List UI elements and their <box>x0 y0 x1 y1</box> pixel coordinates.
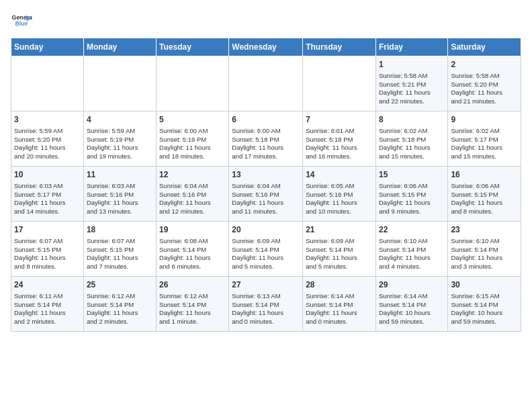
logo-icon: General Blue <box>11 11 32 32</box>
day-number: 22 <box>379 224 445 236</box>
page-header: General Blue <box>11 11 521 32</box>
day-info: Sunrise: 5:58 AMSunset: 5:20 PMDaylight:… <box>451 72 518 106</box>
day-number: 24 <box>14 279 81 291</box>
day-info: Sunrise: 6:03 AMSunset: 5:16 PMDaylight:… <box>87 182 153 216</box>
weekday-header-sunday: Sunday <box>11 38 84 56</box>
calendar-cell <box>83 56 156 111</box>
weekday-header-monday: Monday <box>83 38 156 56</box>
calendar-cell: 28Sunrise: 6:14 AMSunset: 5:14 PMDayligh… <box>303 277 376 332</box>
calendar-cell: 1Sunrise: 5:58 AMSunset: 5:21 PMDaylight… <box>375 56 447 111</box>
day-info: Sunrise: 6:12 AMSunset: 5:14 PMDaylight:… <box>87 292 153 326</box>
day-info: Sunrise: 5:59 AMSunset: 5:20 PMDaylight:… <box>14 127 81 161</box>
day-number: 4 <box>87 114 153 126</box>
day-info: Sunrise: 6:10 AMSunset: 5:14 PMDaylight:… <box>379 237 445 271</box>
weekday-header-row: SundayMondayTuesdayWednesdayThursdayFrid… <box>11 38 521 56</box>
day-info: Sunrise: 6:00 AMSunset: 5:19 PMDaylight:… <box>159 127 226 161</box>
day-info: Sunrise: 6:04 AMSunset: 5:16 PMDaylight:… <box>159 182 226 216</box>
calendar-cell: 9Sunrise: 6:02 AMSunset: 5:17 PMDaylight… <box>448 111 521 167</box>
calendar-cell: 5Sunrise: 6:00 AMSunset: 5:19 PMDaylight… <box>157 111 229 167</box>
weekday-header-friday: Friday <box>375 38 447 56</box>
day-info: Sunrise: 6:04 AMSunset: 5:16 PMDaylight:… <box>232 182 300 216</box>
day-number: 11 <box>87 169 153 181</box>
weekday-header-thursday: Thursday <box>303 38 376 56</box>
calendar-week-row: 3Sunrise: 5:59 AMSunset: 5:20 PMDaylight… <box>11 111 521 167</box>
calendar-cell: 22Sunrise: 6:10 AMSunset: 5:14 PMDayligh… <box>375 222 447 277</box>
calendar-table: SundayMondayTuesdayWednesdayThursdayFrid… <box>11 38 521 332</box>
calendar-cell: 17Sunrise: 6:07 AMSunset: 5:15 PMDayligh… <box>11 222 84 277</box>
day-info: Sunrise: 6:12 AMSunset: 5:14 PMDaylight:… <box>159 292 226 326</box>
calendar-cell: 14Sunrise: 6:05 AMSunset: 5:16 PMDayligh… <box>303 167 376 222</box>
calendar-week-row: 24Sunrise: 6:11 AMSunset: 5:14 PMDayligh… <box>11 277 521 332</box>
svg-text:General: General <box>12 14 32 21</box>
calendar-cell: 11Sunrise: 6:03 AMSunset: 5:16 PMDayligh… <box>83 167 156 222</box>
calendar-cell: 8Sunrise: 6:02 AMSunset: 5:18 PMDaylight… <box>375 111 447 167</box>
day-number: 26 <box>159 279 226 291</box>
day-number: 1 <box>379 59 445 71</box>
day-number: 14 <box>306 169 373 181</box>
calendar-cell: 13Sunrise: 6:04 AMSunset: 5:16 PMDayligh… <box>229 167 303 222</box>
day-number: 7 <box>306 114 373 126</box>
day-info: Sunrise: 6:11 AMSunset: 5:14 PMDaylight:… <box>14 292 81 326</box>
day-number: 5 <box>159 114 226 126</box>
day-number: 15 <box>379 169 445 181</box>
day-number: 20 <box>232 224 300 236</box>
day-number: 10 <box>14 169 81 181</box>
calendar-cell: 12Sunrise: 6:04 AMSunset: 5:16 PMDayligh… <box>157 167 229 222</box>
calendar-cell: 7Sunrise: 6:01 AMSunset: 5:18 PMDaylight… <box>303 111 376 167</box>
calendar-cell <box>157 56 229 111</box>
calendar-cell <box>229 56 303 111</box>
logo: General Blue <box>11 11 32 32</box>
day-number: 29 <box>379 279 445 291</box>
day-info: Sunrise: 6:05 AMSunset: 5:16 PMDaylight:… <box>306 182 373 216</box>
calendar-cell: 25Sunrise: 6:12 AMSunset: 5:14 PMDayligh… <box>83 277 156 332</box>
day-number: 13 <box>232 169 300 181</box>
day-info: Sunrise: 6:10 AMSunset: 5:14 PMDaylight:… <box>451 237 518 271</box>
day-number: 28 <box>306 279 373 291</box>
calendar-week-row: 17Sunrise: 6:07 AMSunset: 5:15 PMDayligh… <box>11 222 521 277</box>
day-number: 21 <box>306 224 373 236</box>
day-info: Sunrise: 6:02 AMSunset: 5:17 PMDaylight:… <box>451 127 518 161</box>
calendar-cell: 19Sunrise: 6:08 AMSunset: 5:14 PMDayligh… <box>157 222 229 277</box>
calendar-cell <box>303 56 376 111</box>
day-info: Sunrise: 6:14 AMSunset: 5:14 PMDaylight:… <box>306 292 373 326</box>
calendar-cell: 29Sunrise: 6:14 AMSunset: 5:14 PMDayligh… <box>375 277 447 332</box>
day-number: 9 <box>451 114 518 126</box>
calendar-cell: 26Sunrise: 6:12 AMSunset: 5:14 PMDayligh… <box>157 277 229 332</box>
day-number: 12 <box>159 169 226 181</box>
day-info: Sunrise: 6:01 AMSunset: 5:18 PMDaylight:… <box>306 127 373 161</box>
day-info: Sunrise: 6:13 AMSunset: 5:14 PMDaylight:… <box>232 292 300 326</box>
day-info: Sunrise: 6:02 AMSunset: 5:18 PMDaylight:… <box>379 127 445 161</box>
day-number: 27 <box>232 279 300 291</box>
weekday-header-tuesday: Tuesday <box>157 38 229 56</box>
day-number: 18 <box>87 224 153 236</box>
day-info: Sunrise: 5:58 AMSunset: 5:21 PMDaylight:… <box>379 72 445 106</box>
calendar-cell: 2Sunrise: 5:58 AMSunset: 5:20 PMDaylight… <box>448 56 521 111</box>
day-info: Sunrise: 5:59 AMSunset: 5:19 PMDaylight:… <box>87 127 153 161</box>
day-info: Sunrise: 6:06 AMSunset: 5:15 PMDaylight:… <box>379 182 445 216</box>
day-info: Sunrise: 6:09 AMSunset: 5:14 PMDaylight:… <box>306 237 373 271</box>
calendar-week-row: 10Sunrise: 6:03 AMSunset: 5:17 PMDayligh… <box>11 167 521 222</box>
day-info: Sunrise: 6:08 AMSunset: 5:14 PMDaylight:… <box>159 237 226 271</box>
calendar-week-row: 1Sunrise: 5:58 AMSunset: 5:21 PMDaylight… <box>11 56 521 111</box>
day-number: 25 <box>87 279 153 291</box>
calendar-cell: 21Sunrise: 6:09 AMSunset: 5:14 PMDayligh… <box>303 222 376 277</box>
calendar-cell: 16Sunrise: 6:06 AMSunset: 5:15 PMDayligh… <box>448 167 521 222</box>
day-number: 23 <box>451 224 518 236</box>
calendar-cell: 30Sunrise: 6:15 AMSunset: 5:14 PMDayligh… <box>448 277 521 332</box>
day-number: 6 <box>232 114 300 126</box>
calendar-cell: 4Sunrise: 5:59 AMSunset: 5:19 PMDaylight… <box>83 111 156 167</box>
day-number: 2 <box>451 59 518 71</box>
weekday-header-wednesday: Wednesday <box>229 38 303 56</box>
calendar-cell: 23Sunrise: 6:10 AMSunset: 5:14 PMDayligh… <box>448 222 521 277</box>
day-number: 30 <box>451 279 518 291</box>
calendar-cell: 15Sunrise: 6:06 AMSunset: 5:15 PMDayligh… <box>375 167 447 222</box>
calendar-cell <box>11 56 84 111</box>
weekday-header-saturday: Saturday <box>448 38 521 56</box>
day-number: 17 <box>14 224 81 236</box>
calendar-cell: 27Sunrise: 6:13 AMSunset: 5:14 PMDayligh… <box>229 277 303 332</box>
calendar-cell: 10Sunrise: 6:03 AMSunset: 5:17 PMDayligh… <box>11 167 84 222</box>
day-info: Sunrise: 6:00 AMSunset: 5:18 PMDaylight:… <box>232 127 300 161</box>
calendar-cell: 18Sunrise: 6:07 AMSunset: 5:15 PMDayligh… <box>83 222 156 277</box>
day-number: 8 <box>379 114 445 126</box>
day-info: Sunrise: 6:06 AMSunset: 5:15 PMDaylight:… <box>451 182 518 216</box>
